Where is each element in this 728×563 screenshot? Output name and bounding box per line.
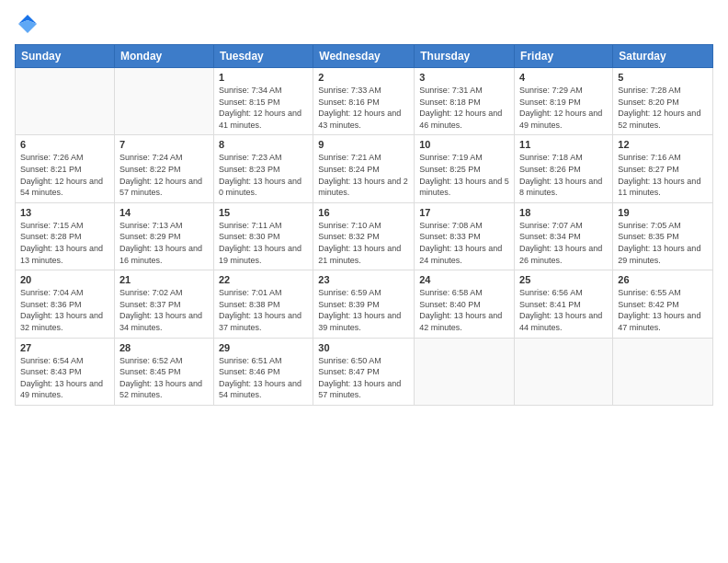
- calendar-cell: 8Sunrise: 7:23 AM Sunset: 8:23 PM Daylig…: [213, 135, 313, 202]
- day-info: Sunrise: 7:02 AM Sunset: 8:37 PM Dayligh…: [119, 287, 209, 333]
- day-number: 26: [618, 274, 708, 285]
- calendar-cell: 27Sunrise: 6:54 AM Sunset: 8:43 PM Dayli…: [16, 338, 115, 405]
- day-number: 12: [618, 139, 708, 150]
- day-info: Sunrise: 6:58 AM Sunset: 8:40 PM Dayligh…: [419, 287, 509, 333]
- day-number: 10: [419, 139, 509, 150]
- day-info: Sunrise: 7:10 AM Sunset: 8:32 PM Dayligh…: [318, 220, 409, 266]
- day-number: 30: [318, 342, 409, 353]
- calendar-cell: 4Sunrise: 7:29 AM Sunset: 8:19 PM Daylig…: [515, 68, 613, 135]
- calendar-cell: 10Sunrise: 7:19 AM Sunset: 8:25 PM Dayli…: [415, 135, 515, 202]
- calendar-cell: 23Sunrise: 6:59 AM Sunset: 8:39 PM Dayli…: [313, 270, 415, 338]
- day-number: 6: [20, 139, 109, 150]
- day-info: Sunrise: 7:21 AM Sunset: 8:24 PM Dayligh…: [318, 152, 409, 198]
- week-row-5: 27Sunrise: 6:54 AM Sunset: 8:43 PM Dayli…: [16, 338, 713, 405]
- calendar-cell: 26Sunrise: 6:55 AM Sunset: 8:42 PM Dayli…: [613, 270, 713, 338]
- day-info: Sunrise: 7:05 AM Sunset: 8:35 PM Dayligh…: [618, 220, 708, 266]
- day-info: Sunrise: 6:59 AM Sunset: 8:39 PM Dayligh…: [318, 287, 409, 333]
- calendar-cell: 11Sunrise: 7:18 AM Sunset: 8:26 PM Dayli…: [515, 135, 613, 202]
- calendar-cell: 2Sunrise: 7:33 AM Sunset: 8:16 PM Daylig…: [313, 68, 415, 135]
- weekday-tuesday: Tuesday: [213, 45, 313, 68]
- weekday-sunday: Sunday: [16, 45, 115, 68]
- day-info: Sunrise: 7:28 AM Sunset: 8:20 PM Dayligh…: [618, 85, 708, 131]
- day-number: 8: [219, 139, 308, 150]
- weekday-monday: Monday: [114, 45, 213, 68]
- day-info: Sunrise: 7:04 AM Sunset: 8:36 PM Dayligh…: [20, 287, 109, 333]
- calendar-cell: [16, 68, 115, 135]
- day-info: Sunrise: 6:51 AM Sunset: 8:46 PM Dayligh…: [219, 355, 308, 401]
- logo-icon: [15, 11, 40, 37]
- day-info: Sunrise: 7:33 AM Sunset: 8:16 PM Dayligh…: [318, 85, 409, 131]
- calendar-cell: 15Sunrise: 7:11 AM Sunset: 8:30 PM Dayli…: [213, 202, 313, 270]
- day-number: 2: [318, 72, 409, 83]
- day-info: Sunrise: 7:18 AM Sunset: 8:26 PM Dayligh…: [519, 152, 608, 198]
- day-number: 14: [119, 207, 209, 218]
- weekday-saturday: Saturday: [613, 45, 713, 68]
- day-info: Sunrise: 7:07 AM Sunset: 8:34 PM Dayligh…: [519, 220, 608, 266]
- day-info: Sunrise: 6:55 AM Sunset: 8:42 PM Dayligh…: [618, 287, 708, 333]
- day-info: Sunrise: 7:26 AM Sunset: 8:21 PM Dayligh…: [20, 152, 109, 198]
- day-number: 13: [20, 207, 109, 218]
- day-number: 11: [519, 139, 608, 150]
- calendar-cell: 22Sunrise: 7:01 AM Sunset: 8:38 PM Dayli…: [213, 270, 313, 338]
- day-number: 20: [20, 274, 109, 285]
- calendar-cell: 14Sunrise: 7:13 AM Sunset: 8:29 PM Dayli…: [114, 202, 213, 270]
- calendar-cell: 16Sunrise: 7:10 AM Sunset: 8:32 PM Dayli…: [313, 202, 415, 270]
- calendar-cell: 13Sunrise: 7:15 AM Sunset: 8:28 PM Dayli…: [16, 202, 115, 270]
- calendar-cell: 6Sunrise: 7:26 AM Sunset: 8:21 PM Daylig…: [16, 135, 115, 202]
- day-number: 25: [519, 274, 608, 285]
- weekday-header-row: SundayMondayTuesdayWednesdayThursdayFrid…: [16, 45, 713, 68]
- week-row-2: 6Sunrise: 7:26 AM Sunset: 8:21 PM Daylig…: [16, 135, 713, 202]
- day-number: 24: [419, 274, 509, 285]
- day-info: Sunrise: 7:23 AM Sunset: 8:23 PM Dayligh…: [219, 152, 308, 198]
- day-info: Sunrise: 7:34 AM Sunset: 8:15 PM Dayligh…: [219, 85, 308, 131]
- day-info: Sunrise: 6:54 AM Sunset: 8:43 PM Dayligh…: [20, 355, 109, 401]
- day-info: Sunrise: 7:31 AM Sunset: 8:18 PM Dayligh…: [419, 85, 509, 131]
- day-info: Sunrise: 7:29 AM Sunset: 8:19 PM Dayligh…: [519, 85, 608, 131]
- day-number: 17: [419, 207, 509, 218]
- calendar-cell: 30Sunrise: 6:50 AM Sunset: 8:47 PM Dayli…: [313, 338, 415, 405]
- week-row-1: 1Sunrise: 7:34 AM Sunset: 8:15 PM Daylig…: [16, 68, 713, 135]
- day-number: 9: [318, 139, 409, 150]
- day-number: 7: [119, 139, 209, 150]
- week-row-3: 13Sunrise: 7:15 AM Sunset: 8:28 PM Dayli…: [16, 202, 713, 270]
- day-number: 1: [219, 72, 308, 83]
- calendar-cell: 20Sunrise: 7:04 AM Sunset: 8:36 PM Dayli…: [16, 270, 115, 338]
- calendar-cell: 9Sunrise: 7:21 AM Sunset: 8:24 PM Daylig…: [313, 135, 415, 202]
- weekday-friday: Friday: [515, 45, 613, 68]
- calendar-cell: 21Sunrise: 7:02 AM Sunset: 8:37 PM Dayli…: [114, 270, 213, 338]
- day-info: Sunrise: 7:16 AM Sunset: 8:27 PM Dayligh…: [618, 152, 708, 198]
- calendar-cell: 17Sunrise: 7:08 AM Sunset: 8:33 PM Dayli…: [415, 202, 515, 270]
- day-number: 3: [419, 72, 509, 83]
- calendar-cell: 18Sunrise: 7:07 AM Sunset: 8:34 PM Dayli…: [515, 202, 613, 270]
- day-info: Sunrise: 7:08 AM Sunset: 8:33 PM Dayligh…: [419, 220, 509, 266]
- day-number: 28: [119, 342, 209, 353]
- calendar-cell: 19Sunrise: 7:05 AM Sunset: 8:35 PM Dayli…: [613, 202, 713, 270]
- calendar-cell: 29Sunrise: 6:51 AM Sunset: 8:46 PM Dayli…: [213, 338, 313, 405]
- calendar-cell: 7Sunrise: 7:24 AM Sunset: 8:22 PM Daylig…: [114, 135, 213, 202]
- calendar-cell: 24Sunrise: 6:58 AM Sunset: 8:40 PM Dayli…: [415, 270, 515, 338]
- weekday-thursday: Thursday: [415, 45, 515, 68]
- day-info: Sunrise: 7:13 AM Sunset: 8:29 PM Dayligh…: [119, 220, 209, 266]
- calendar-cell: [515, 338, 613, 405]
- day-info: Sunrise: 6:50 AM Sunset: 8:47 PM Dayligh…: [318, 355, 409, 401]
- header: [15, 11, 713, 37]
- day-info: Sunrise: 7:01 AM Sunset: 8:38 PM Dayligh…: [219, 287, 308, 333]
- weekday-wednesday: Wednesday: [313, 45, 415, 68]
- day-number: 4: [519, 72, 608, 83]
- calendar-cell: 12Sunrise: 7:16 AM Sunset: 8:27 PM Dayli…: [613, 135, 713, 202]
- week-row-4: 20Sunrise: 7:04 AM Sunset: 8:36 PM Dayli…: [16, 270, 713, 338]
- calendar-cell: [613, 338, 713, 405]
- day-number: 16: [318, 207, 409, 218]
- calendar-cell: 1Sunrise: 7:34 AM Sunset: 8:15 PM Daylig…: [213, 68, 313, 135]
- calendar-cell: 28Sunrise: 6:52 AM Sunset: 8:45 PM Dayli…: [114, 338, 213, 405]
- day-number: 18: [519, 207, 608, 218]
- calendar-cell: 5Sunrise: 7:28 AM Sunset: 8:20 PM Daylig…: [613, 68, 713, 135]
- day-number: 27: [20, 342, 109, 353]
- day-info: Sunrise: 7:19 AM Sunset: 8:25 PM Dayligh…: [419, 152, 509, 198]
- day-number: 19: [618, 207, 708, 218]
- day-number: 21: [119, 274, 209, 285]
- day-info: Sunrise: 7:11 AM Sunset: 8:30 PM Dayligh…: [219, 220, 308, 266]
- page: SundayMondayTuesdayWednesdayThursdayFrid…: [0, 0, 728, 563]
- day-number: 5: [618, 72, 708, 83]
- day-number: 29: [219, 342, 308, 353]
